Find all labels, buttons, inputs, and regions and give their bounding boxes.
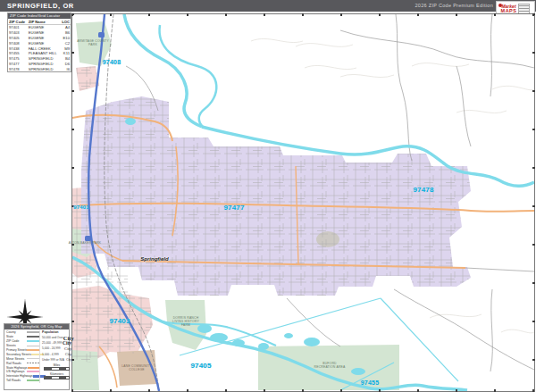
place-label-alton-baker-park: ALTON BAKER PARK (67, 242, 103, 246)
place-label-lane-community-college: LANE COMMUNITY COLLEGE (119, 365, 155, 372)
city-sample-small: City (66, 358, 71, 362)
legend-item: Toll Roads (6, 379, 39, 383)
city-sample: City (64, 346, 71, 351)
state-line-swatch (27, 336, 39, 338)
map-artwork (72, 14, 534, 391)
cell-loc: I6 (60, 66, 71, 71)
miles-bar (44, 367, 70, 371)
zip-index-table: ZIP Code Index/Grid Locator ZIP Code ZIP… (7, 13, 71, 72)
place-label-buford-recreation-area: BUFORD RECREATION AREA (312, 363, 348, 370)
scale-bar-kilometers: Kilometers (42, 372, 71, 379)
city-sample: City (63, 340, 71, 346)
map-ruler-right (532, 13, 535, 392)
cell-name: SPRINGFIELD (28, 66, 61, 71)
primary-streets-swatch (27, 349, 39, 351)
kilometers-bar (44, 376, 70, 379)
legend-box: 2026 Springfield, OR City Map County Sta… (4, 323, 70, 390)
scale-bar-miles: Miles (42, 363, 71, 371)
county-line-swatch (27, 331, 39, 333)
zip-label-97405: 97405 (190, 362, 211, 370)
zip-label-97403: 97403 (109, 317, 130, 325)
city-sample: City (65, 352, 71, 356)
header-bar: SPRINGFIELD, OR 2026 ZIP Code Premium Ed… (0, 0, 536, 12)
legend-symbol-column: County State ZIP Code Streets Primary St… (6, 330, 39, 383)
map-ruler-top (71, 13, 535, 16)
streets-swatch (27, 346, 39, 346)
map-canvas: 97408 97401 97477 97478 97403 97405 9745… (71, 13, 535, 392)
place-label-armitage-park: ARMITAGE COUNTY PARK (75, 40, 111, 47)
rail-roads-swatch (27, 363, 39, 364)
map-poster: SPRINGFIELD, OR 2026 ZIP Code Premium Ed… (0, 0, 536, 392)
zip-label-97478: 97478 (413, 186, 433, 194)
us-highways-swatch (27, 371, 39, 372)
minor-streets-swatch (27, 358, 39, 359)
zip-label-97408: 97408 (103, 59, 121, 65)
legend-title: 2026 Springfield, OR City Map (4, 324, 69, 329)
legend-population-column: Population 50,000 and OverCity 25,000 - … (39, 330, 71, 383)
edition-label: 2026 ZIP Code Premium Edition (415, 0, 493, 12)
table-row: 97478SPRINGFIELDI6 (8, 66, 71, 71)
zip-line-swatch (27, 340, 39, 343)
logo-dot-icon (498, 4, 502, 7)
zip-label-97401: 97401 (73, 204, 89, 210)
state-highways-swatch (28, 367, 40, 369)
cell-name: PLEASANT HILL (28, 51, 61, 56)
cell-code: 97478 (8, 66, 28, 71)
zip-label-97455: 97455 (361, 379, 379, 386)
page-title: SPRINGFIELD, OR (7, 0, 74, 12)
city-label-springfield: Springfield (140, 256, 168, 262)
population-entry: Under 999 or N/ACity (42, 357, 71, 363)
toll-roads-swatch (27, 379, 39, 381)
zip-label-97477: 97477 (223, 204, 244, 212)
place-label-dorris-ranch: DORRIS RANCH LIVING HISTORY FARM (168, 317, 204, 328)
